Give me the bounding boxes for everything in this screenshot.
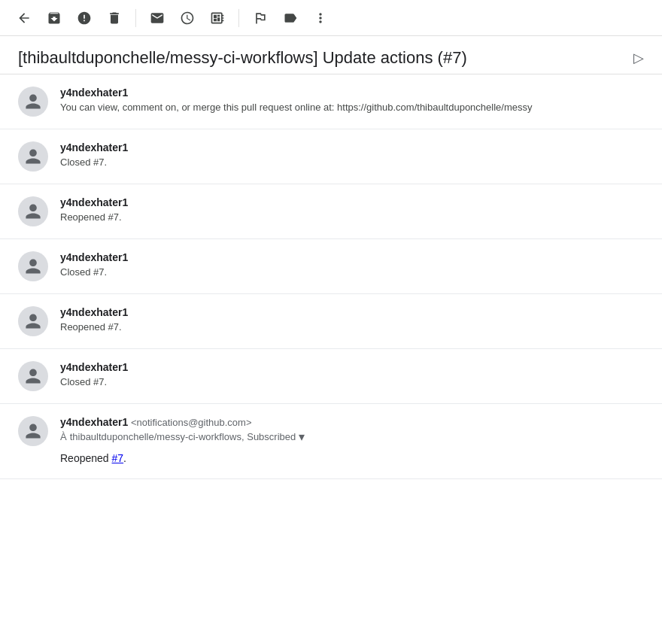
list-item: y4ndexhater1 Closed #7. bbox=[0, 239, 662, 294]
delete-button[interactable] bbox=[102, 6, 126, 30]
pr-link[interactable]: #7 bbox=[112, 452, 124, 464]
message-content: y4ndexhater1 You can view, comment on, o… bbox=[60, 87, 644, 115]
list-item: y4ndexhater1 Closed #7. bbox=[0, 129, 662, 184]
message-sender: y4ndexhater1 bbox=[60, 196, 644, 208]
message-content: y4ndexhater1 Closed #7. bbox=[60, 141, 644, 170]
toolbar-divider-2 bbox=[238, 9, 239, 27]
message-sender: y4ndexhater1 bbox=[60, 306, 644, 318]
avatar bbox=[18, 251, 48, 281]
message-content: y4ndexhater1 Closed #7. bbox=[60, 251, 644, 280]
back-button[interactable] bbox=[12, 6, 36, 30]
avatar bbox=[18, 416, 48, 446]
mark-unread-button[interactable] bbox=[145, 6, 169, 30]
message-body: Closed #7. bbox=[60, 375, 644, 390]
message-body-expanded: Reopened #7. bbox=[60, 450, 644, 466]
email-subject-header: [thibaultduponchelle/messy-ci-workflows]… bbox=[0, 36, 662, 74]
toolbar-divider-1 bbox=[135, 9, 136, 27]
avatar bbox=[18, 306, 48, 336]
message-sender: y4ndexhater1 <notifications@github.com> bbox=[60, 416, 644, 428]
message-body: Reopened #7. bbox=[60, 320, 644, 335]
message-sender: y4ndexhater1 bbox=[60, 87, 644, 99]
to-line: À thibaultduponchelle/messy-ci-workflows… bbox=[60, 430, 644, 444]
message-body: Reopened #7. bbox=[60, 210, 644, 225]
toolbar bbox=[0, 0, 662, 36]
label-button[interactable] bbox=[278, 6, 302, 30]
list-item: y4ndexhater1 <notifications@github.com> … bbox=[0, 404, 662, 479]
message-content: y4ndexhater1 Closed #7. bbox=[60, 361, 644, 390]
message-sender: y4ndexhater1 bbox=[60, 141, 644, 153]
move-button[interactable] bbox=[248, 6, 272, 30]
message-list: y4ndexhater1 You can view, comment on, o… bbox=[0, 74, 662, 479]
list-item: y4ndexhater1 You can view, comment on, o… bbox=[0, 74, 662, 129]
spam-button[interactable] bbox=[72, 6, 96, 30]
expand-thread-icon[interactable]: ▷ bbox=[633, 50, 644, 66]
message-content: y4ndexhater1 Reopened #7. bbox=[60, 306, 644, 335]
avatar bbox=[18, 361, 48, 391]
message-body: Closed #7. bbox=[60, 265, 644, 280]
snooze-button[interactable] bbox=[175, 6, 199, 30]
message-content: y4ndexhater1 Reopened #7. bbox=[60, 196, 644, 225]
list-item: y4ndexhater1 Closed #7. bbox=[0, 349, 662, 404]
message-body: Closed #7. bbox=[60, 155, 644, 170]
add-task-button[interactable] bbox=[205, 6, 229, 30]
message-content: y4ndexhater1 <notifications@github.com> … bbox=[60, 416, 644, 466]
list-item: y4ndexhater1 Reopened #7. bbox=[0, 294, 662, 349]
to-dropdown-arrow[interactable]: ▾ bbox=[299, 430, 305, 444]
avatar bbox=[18, 141, 48, 172]
avatar bbox=[18, 87, 48, 117]
message-sender: y4ndexhater1 bbox=[60, 361, 644, 373]
message-body: You can view, comment on, or merge this … bbox=[60, 100, 644, 115]
message-sender: y4ndexhater1 bbox=[60, 251, 644, 263]
archive-button[interactable] bbox=[42, 6, 66, 30]
email-subject-text: [thibaultduponchelle/messy-ci-workflows]… bbox=[18, 48, 627, 68]
avatar bbox=[18, 196, 48, 226]
more-button[interactable] bbox=[308, 6, 333, 30]
list-item: y4ndexhater1 Reopened #7. bbox=[0, 184, 662, 239]
